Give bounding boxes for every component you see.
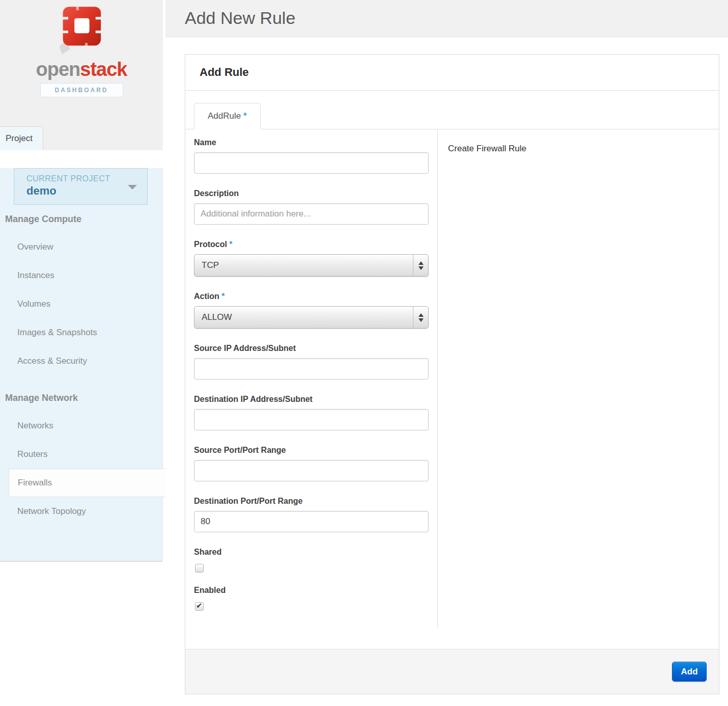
sidebar-brand-area: openstack DASHBOARD Project <box>0 0 163 150</box>
shared-field-group: Shared <box>194 548 429 575</box>
action-selected-value: ALLOW <box>194 312 232 322</box>
sidebar-item-volumes[interactable]: Volumes <box>0 290 162 318</box>
sidebar-item-overview[interactable]: Overview <box>0 233 162 261</box>
enabled-field-group: Enabled <box>194 586 429 613</box>
workflow-title: Add Rule <box>200 66 249 78</box>
action-label: Action * <box>194 292 429 301</box>
brand-word-open: open <box>36 59 80 80</box>
current-project-dropdown[interactable]: CURRENT PROJECT demo <box>14 168 148 205</box>
source-ip-input[interactable] <box>194 358 429 379</box>
sidebar-item-firewalls[interactable]: Firewalls <box>9 469 166 497</box>
dashboard-badge: DASHBOARD <box>40 83 123 97</box>
sidebar-item-images-snapshots[interactable]: Images & Snapshots <box>0 318 162 347</box>
protocol-selected-value: TCP <box>194 260 219 270</box>
shared-checkbox[interactable] <box>195 564 204 573</box>
page-title: Add New Rule <box>165 0 728 36</box>
protocol-label-text: Protocol <box>194 240 227 249</box>
source-port-field-group: Source Port/Port Range <box>194 446 429 481</box>
sidebar-item-networks[interactable]: Networks <box>0 412 162 440</box>
destination-ip-input[interactable] <box>194 409 429 430</box>
workflow-tab-row: AddRule * <box>185 91 719 129</box>
source-port-label: Source Port/Port Range <box>194 446 429 455</box>
sidebar-nav: CURRENT PROJECT demo Manage Compute Over… <box>0 168 163 562</box>
destination-ip-label: Destination IP Address/Subnet <box>194 395 429 404</box>
sidebar-item-access-security[interactable]: Access & Security <box>0 347 162 375</box>
required-asterisk: * <box>229 240 232 249</box>
add-rule-form: Name Description Protocol * TCP Action * <box>185 129 437 649</box>
destination-port-field-group: Destination Port/Port Range <box>194 497 429 532</box>
source-port-input[interactable] <box>194 460 429 481</box>
destination-ip-field-group: Destination IP Address/Subnet <box>194 395 429 430</box>
required-asterisk: * <box>243 111 247 121</box>
description-field-group: Description <box>194 189 429 225</box>
help-panel: Create Firewall Rule <box>438 129 719 649</box>
section-heading-manage-compute: Manage Compute <box>5 214 162 225</box>
protocol-select[interactable]: TCP <box>194 254 429 277</box>
destination-port-input[interactable] <box>194 511 429 532</box>
action-select[interactable]: ALLOW <box>194 306 429 329</box>
action-label-text: Action <box>194 292 219 301</box>
brand-wordmark: openstack <box>0 59 163 79</box>
destination-port-label: Destination Port/Port Range <box>194 497 429 506</box>
enabled-checkbox[interactable] <box>195 602 204 611</box>
tab-addrule-label: AddRule <box>208 111 241 121</box>
brand-word-stack: stack <box>80 59 127 80</box>
name-label: Name <box>194 138 429 147</box>
description-label: Description <box>194 189 429 198</box>
source-ip-label: Source IP Address/Subnet <box>194 344 429 353</box>
sidebar-item-instances[interactable]: Instances <box>0 261 162 290</box>
description-input[interactable] <box>194 203 429 225</box>
sidebar-item-routers[interactable]: Routers <box>0 440 162 469</box>
add-rule-workflow: Add Rule AddRule * Name Description Prot… <box>185 54 719 694</box>
source-ip-field-group: Source IP Address/Subnet <box>194 344 429 379</box>
workflow-footer: Add <box>185 649 719 694</box>
required-asterisk: * <box>221 292 225 301</box>
page-header: Add New Rule <box>165 0 728 37</box>
name-input[interactable] <box>194 152 429 174</box>
select-arrows-icon <box>413 255 428 276</box>
help-title: Create Firewall Rule <box>448 144 707 154</box>
sidebar-item-network-topology[interactable]: Network Topology <box>0 497 162 526</box>
action-field-group: Action * ALLOW <box>194 292 429 329</box>
add-button[interactable]: Add <box>672 662 707 682</box>
current-project-label: CURRENT PROJECT <box>26 174 147 183</box>
protocol-label: Protocol * <box>194 240 429 249</box>
openstack-logo: openstack DASHBOARD <box>0 0 163 97</box>
main-content: Add New Rule Add Rule AddRule * Name Des… <box>165 0 728 694</box>
project-tab[interactable]: Project <box>0 126 43 150</box>
select-arrows-icon <box>413 307 428 328</box>
name-field-group: Name <box>194 138 429 174</box>
chevron-down-icon <box>128 185 137 189</box>
protocol-field-group: Protocol * TCP <box>194 240 429 277</box>
workflow-header: Add Rule <box>185 55 719 91</box>
tab-addrule[interactable]: AddRule * <box>194 103 261 129</box>
workflow-body: Name Description Protocol * TCP Action * <box>185 129 719 649</box>
openstack-cube-icon <box>55 4 108 57</box>
shared-label: Shared <box>194 548 429 557</box>
section-heading-manage-network: Manage Network <box>5 393 162 403</box>
sidebar: openstack DASHBOARD Project CURRENT PROJ… <box>0 0 163 544</box>
project-tab-label: Project <box>6 133 33 144</box>
enabled-label: Enabled <box>194 586 429 595</box>
